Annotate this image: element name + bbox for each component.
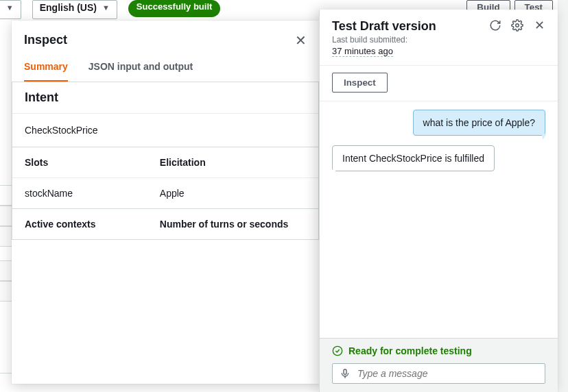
tab-json[interactable]: JSON input and output [88,54,193,82]
check-circle-icon [332,345,343,356]
svg-point-1 [333,346,342,355]
inspect-panel: Inspect ✕ Summary JSON input and output … [12,21,319,384]
inspect-tabs: Summary JSON input and output [12,54,319,82]
chat-user-message: what is the price of Apple? [413,110,545,136]
test-title: Test Draft version [332,19,436,34]
chevron-down-icon: ▼ [102,3,110,12]
message-input[interactable] [357,368,538,379]
last-build-time: 37 minutes ago [332,46,393,57]
page-scrollbar[interactable] [558,0,568,392]
close-icon[interactable]: ✕ [533,19,545,32]
gear-icon[interactable] [511,19,523,32]
slot-value: Apple [160,188,306,199]
turns-header: Number of turns or seconds [160,219,306,230]
test-header: Test Draft version Last build submitted:… [320,10,558,66]
close-icon[interactable]: ✕ [295,34,307,47]
ready-status-text: Ready for complete testing [348,345,472,356]
build-status-pill: Successfully built [128,0,221,17]
language-label: English (US) [40,2,97,13]
svg-point-0 [516,24,519,27]
microphone-icon[interactable] [340,368,351,379]
active-contexts-header: Active contexts [25,219,160,230]
slot-name: stockName [25,188,160,199]
inspect-title: Inspect [24,33,67,47]
svg-rect-2 [344,369,346,374]
intent-name: CheckStockPrice [25,125,306,136]
contexts-section: Active contexts Number of turns or secon… [12,208,319,240]
test-status-bar: Ready for complete testing [320,338,558,392]
inspect-button[interactable]: Inspect [332,73,388,93]
tab-summary[interactable]: Summary [24,54,68,82]
intent-heading: Intent [12,82,318,114]
version-dropdown[interactable]: version ▼ [0,0,21,19]
message-input-row[interactable] [332,363,545,384]
build-status-text: Successfully built [137,1,213,12]
test-panel: Test Draft version Last build submitted:… [319,10,558,392]
slots-header: Slots [25,157,160,168]
ready-status: Ready for complete testing [332,345,545,356]
refresh-icon[interactable] [489,19,501,32]
last-build-label: Last build submitted: [332,35,436,45]
elicitation-header: Elicitation [160,157,306,168]
chevron-down-icon: ▼ [6,3,14,12]
chat-area: what is the price of Apple? Intent Check… [320,101,558,338]
inspect-body: Intent CheckStockPrice Slots Elicitation… [12,82,319,240]
slots-section: Slots Elicitation stockName Apple [12,147,319,209]
language-dropdown[interactable]: English (US) ▼ [32,0,117,19]
chat-bot-message: Intent CheckStockPrice is fulfilled [332,145,495,171]
version-label: version [0,2,1,13]
